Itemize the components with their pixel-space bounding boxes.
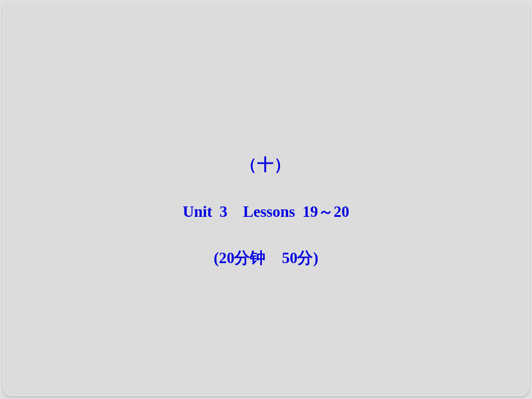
- points-value: 50: [282, 249, 297, 267]
- slide-number-label: （十）: [183, 154, 349, 176]
- points-unit: 分: [297, 249, 313, 267]
- close-paren: ): [313, 249, 318, 267]
- time-open: (20: [213, 249, 234, 267]
- time-unit: 分钟: [234, 249, 265, 267]
- time-points-line: (20分钟50分): [183, 247, 349, 268]
- unit-lesson-line: Unit 3 Lessons 19～20: [183, 201, 349, 222]
- slide-frame: （十） Unit 3 Lessons 19～20 (20分钟50分): [3, 3, 529, 396]
- slide-content: （十） Unit 3 Lessons 19～20 (20分钟50分): [183, 154, 349, 268]
